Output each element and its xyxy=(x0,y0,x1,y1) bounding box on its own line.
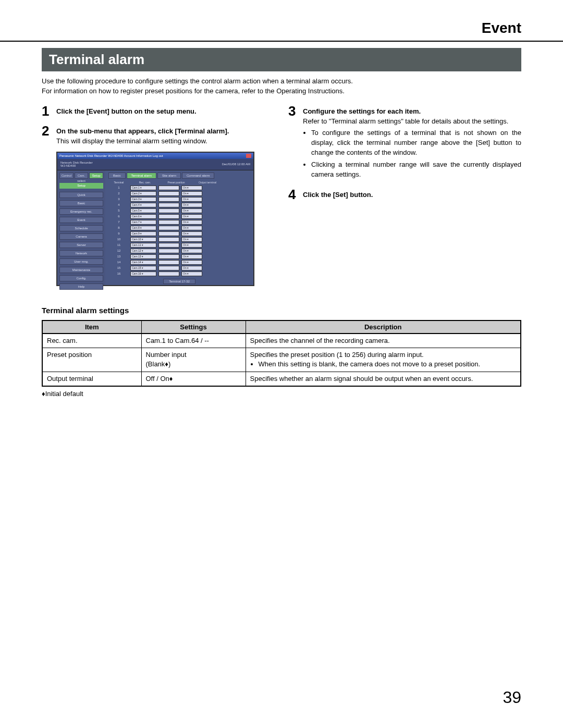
ss-row-out[interactable]: On ▾ xyxy=(181,254,202,259)
ss-row-out[interactable]: On ▾ xyxy=(181,266,202,270)
ss-row-out[interactable]: On ▾ xyxy=(181,220,202,225)
ss-side-help[interactable]: Help xyxy=(59,283,103,290)
ss-row-cam[interactable]: Cam.13 ▾ xyxy=(130,254,156,259)
ss-row-num: 3 xyxy=(108,198,129,201)
ss-row-out[interactable]: On ▾ xyxy=(181,214,202,219)
ss-row-cam[interactable]: Cam.9 ▾ xyxy=(130,231,156,236)
ss-row-preset[interactable] xyxy=(158,266,179,270)
cell-item: Rec. cam. xyxy=(42,334,141,348)
ss-tab-terminal-alarm[interactable]: Terminal alarm xyxy=(127,172,156,179)
ss-side-usermng[interactable]: User mng. xyxy=(59,258,103,265)
ss-row-num: 10 xyxy=(108,238,129,241)
ss-row-preset[interactable] xyxy=(158,249,179,253)
ss-side-quick[interactable]: Quick xyxy=(59,192,103,198)
ss-row: 3Cam.3 ▾On ▾ xyxy=(108,196,250,202)
ss-row-out[interactable]: On ▾ xyxy=(181,237,202,242)
ss-row-cam[interactable]: Cam.8 ▾ xyxy=(130,226,156,230)
ss-pager[interactable]: Terminal 17-32 xyxy=(163,279,195,284)
ss-row-out[interactable]: On ▾ xyxy=(181,260,202,265)
ss-row-preset[interactable] xyxy=(158,237,179,242)
ss-row-cam[interactable]: Cam.11 ▾ xyxy=(130,243,156,248)
ss-row-preset[interactable] xyxy=(158,226,179,230)
ss-side-event[interactable]: Event xyxy=(59,217,103,223)
ss-side-config[interactable]: Config. xyxy=(59,275,103,281)
ss-row-cam[interactable]: Cam.1 ▾ xyxy=(130,186,156,190)
ss-row: 11Cam.11 ▾On ▾ xyxy=(108,242,250,248)
cell-settings: Number input(Blank♦) xyxy=(141,348,246,372)
ss-sidebar: Control Cam. select Setup Setup Quick Ba… xyxy=(57,170,105,285)
ss-row-out[interactable]: On ▾ xyxy=(181,208,202,213)
close-icon[interactable] xyxy=(246,154,251,158)
ss-col-output: Output terminal xyxy=(192,181,223,184)
ss-side-server[interactable]: Server xyxy=(59,242,103,248)
ss-row: 2Cam.2 ▾On ▾ xyxy=(108,191,250,196)
ss-row: 9Cam.9 ▾On ▾ xyxy=(108,231,250,237)
ss-side-head: Setup xyxy=(59,183,103,189)
ss-row-preset[interactable] xyxy=(158,197,179,202)
step-3-li1: To configure the settings of a terminal … xyxy=(311,128,521,158)
cell-desc: Specifies the preset position (1 to 256)… xyxy=(246,348,521,372)
ss-row-num: 6 xyxy=(108,215,129,218)
ss-row: 5Cam.5 ▾On ▾ xyxy=(108,208,250,214)
ss-row: 8Cam.8 ▾On ▾ xyxy=(108,225,250,231)
ss-row-preset[interactable] xyxy=(158,214,179,219)
ss-row-out[interactable]: On ▾ xyxy=(181,243,202,248)
ss-row-preset[interactable] xyxy=(158,272,179,276)
ss-row-preset[interactable] xyxy=(158,208,179,213)
ss-row-out[interactable]: On ▾ xyxy=(181,231,202,236)
ss-top-camselect[interactable]: Cam. select xyxy=(75,172,89,179)
ss-side-camera[interactable]: Camera xyxy=(59,233,103,240)
ss-row-out[interactable]: On ▾ xyxy=(181,203,202,207)
ss-title-text: Panasonic Network Disk Recorder WJ-ND400… xyxy=(59,154,163,157)
ss-tab-command-alarm[interactable]: Command alarm xyxy=(182,172,214,179)
ss-row-preset[interactable] xyxy=(158,254,179,259)
ss-row-preset[interactable] xyxy=(158,186,179,190)
page-category: Event xyxy=(0,0,563,41)
ss-row-num: 11 xyxy=(108,243,129,246)
ss-side-schedule[interactable]: Schedule xyxy=(59,225,103,231)
ss-side-network[interactable]: Network xyxy=(59,250,103,256)
ss-row-cam[interactable]: Cam.12 ▾ xyxy=(130,249,156,253)
step-3-li2: Clicking a terminal number range will sa… xyxy=(311,160,521,180)
step-2-text: This will display the terminal alarm set… xyxy=(56,137,207,145)
ss-row-cam[interactable]: Cam.3 ▾ xyxy=(130,197,156,202)
ss-row-cam[interactable]: Cam.14 ▾ xyxy=(130,260,156,265)
ss-row-cam[interactable]: Cam.15 ▾ xyxy=(130,266,156,270)
ss-tab-site-alarm[interactable]: Site alarm xyxy=(157,172,181,179)
ss-row-out[interactable]: On ▾ xyxy=(181,186,202,190)
ss-row-cam[interactable]: Cam.10 ▾ xyxy=(130,237,156,242)
step-1: 1 Click the [Event] button on the setup … xyxy=(42,104,275,119)
ss-row-num: 8 xyxy=(108,226,129,229)
ss-side-basic[interactable]: Basic xyxy=(59,200,103,206)
ss-row-out[interactable]: On ▾ xyxy=(181,197,202,202)
ss-row-cam[interactable]: Cam.2 ▾ xyxy=(130,191,156,196)
ss-model2: WJ-ND400 xyxy=(60,164,93,167)
ss-row-cam[interactable]: Cam.4 ▾ xyxy=(130,203,156,207)
ss-col-terminal: Terminal xyxy=(108,181,129,184)
ss-row: 10Cam.10 ▾On ▾ xyxy=(108,237,250,242)
ss-row-out[interactable]: On ▾ xyxy=(181,226,202,230)
ss-side-emergency[interactable]: Emergency rec. xyxy=(59,208,103,215)
ss-row-cam[interactable]: Cam.7 ▾ xyxy=(130,220,156,225)
ss-row-out[interactable]: On ▾ xyxy=(181,272,202,276)
ss-row-preset[interactable] xyxy=(158,260,179,265)
ss-top-control[interactable]: Control xyxy=(59,172,74,179)
ss-row-num: 12 xyxy=(108,249,129,252)
ss-row-preset[interactable] xyxy=(158,231,179,236)
ss-row-preset[interactable] xyxy=(158,191,179,196)
ss-row-out[interactable]: On ▾ xyxy=(181,249,202,253)
ss-row-preset[interactable] xyxy=(158,243,179,248)
ss-side-maintenance[interactable]: Maintenance xyxy=(59,267,103,273)
ss-row-preset[interactable] xyxy=(158,220,179,225)
ss-row-cam[interactable]: Cam.5 ▾ xyxy=(130,208,156,213)
ss-col-preset: Preset position xyxy=(161,181,192,184)
ss-tab-basic[interactable]: Basic xyxy=(108,172,126,179)
ss-row-out[interactable]: On ▾ xyxy=(181,191,202,196)
right-column: 3 Configure the settings for each item. … xyxy=(288,104,521,286)
ss-top-setup[interactable]: Setup xyxy=(89,172,103,179)
ss-datetime: Dec/01/08 12:00 AM xyxy=(222,163,250,166)
ss-row-cam[interactable]: Cam.6 ▾ xyxy=(130,214,156,219)
ss-titlebar: Panasonic Network Disk Recorder WJ-ND400… xyxy=(57,153,253,159)
ss-row-cam[interactable]: Cam.16 ▾ xyxy=(130,272,156,276)
ss-row-preset[interactable] xyxy=(158,203,179,207)
